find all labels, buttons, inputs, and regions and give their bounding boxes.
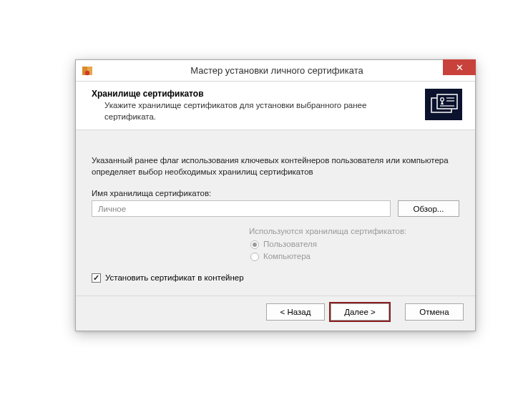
window-title: Мастер установки личного сертификата (93, 65, 475, 76)
wizard-header: Хранилище сертификатов Укажите хранилище… (76, 82, 475, 130)
svg-point-2 (85, 70, 89, 74)
radio-user-label: Пользователя (263, 238, 317, 250)
radio-computer-label: Компьютера (263, 250, 311, 263)
storage-scope-title: Используются хранилища сертификатов: (249, 227, 459, 235)
install-to-container-checkbox[interactable] (92, 273, 101, 283)
browse-button-label: Обзор... (414, 205, 444, 213)
radio-user (250, 240, 259, 249)
storage-scope-group: Используются хранилища сертификатов: Пол… (249, 227, 459, 263)
wizard-header-text: Хранилище сертификатов Укажите хранилище… (92, 89, 425, 122)
radio-user-row: Пользователя (250, 238, 459, 250)
cancel-button[interactable]: Отмена (405, 303, 464, 321)
storage-name-input (92, 200, 391, 217)
next-button[interactable]: Далее > (331, 303, 389, 321)
close-icon: ✕ (456, 62, 464, 73)
wizard-dialog: Мастер установки личного сертификата ✕ Х… (75, 59, 476, 331)
storage-name-row: Обзор... (92, 200, 459, 217)
install-to-container-row[interactable]: Установить сертификат в контейнер (92, 273, 459, 283)
info-text: Указанный ранее флаг использования ключе… (92, 155, 459, 177)
wizard-subheading: Укажите хранилище сертификатов для устан… (92, 100, 418, 122)
storage-name-label: Имя хранилища сертификатов: (92, 189, 459, 197)
back-button-label: < Назад (280, 308, 311, 316)
wizard-footer: < Назад Далее > Отмена (76, 296, 475, 331)
cancel-button-label: Отмена (419, 308, 449, 316)
close-button[interactable]: ✕ (443, 59, 476, 75)
back-button[interactable]: < Назад (266, 303, 325, 321)
radio-computer (250, 253, 259, 261)
install-to-container-label: Установить сертификат в контейнер (105, 273, 244, 282)
titlebar[interactable]: Мастер установки личного сертификата ✕ (76, 60, 475, 82)
app-icon (82, 65, 93, 77)
wizard-body: Указанный ранее флаг использования ключе… (76, 130, 475, 296)
svg-rect-4 (437, 94, 457, 109)
browse-button[interactable]: Обзор... (398, 200, 459, 217)
radio-computer-row: Компьютера (250, 250, 459, 263)
certificate-icon (425, 89, 462, 120)
wizard-heading: Хранилище сертификатов (92, 89, 418, 99)
next-button-label: Далее > (344, 308, 376, 316)
